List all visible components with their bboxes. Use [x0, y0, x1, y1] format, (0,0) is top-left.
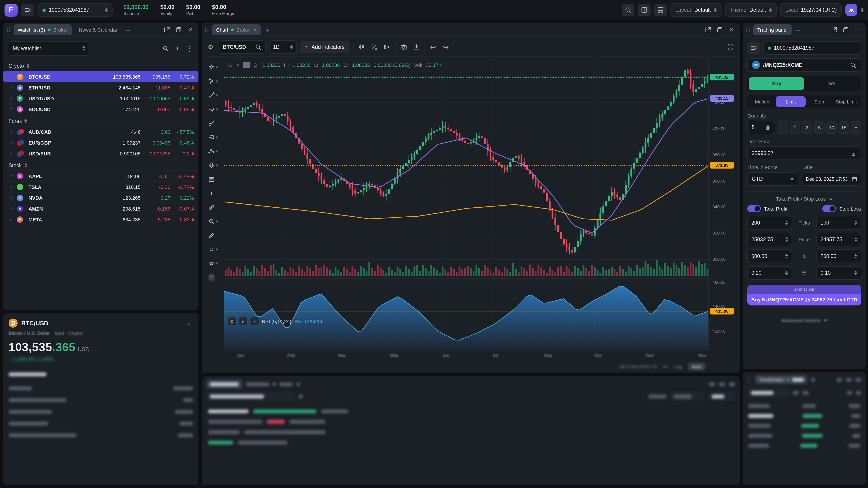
add-tab-button[interactable]: +: [124, 26, 132, 34]
trading-account-selector[interactable]: 10007532041987: [763, 41, 861, 55]
ab-compare-icon[interactable]: AB: [370, 42, 379, 52]
sl-field[interactable]: 0.10: [816, 266, 861, 280]
watchlist-row-usd-eur[interactable]: ☆ USD/EUR 0.900105 -0.001795 -0.2%: [3, 148, 198, 159]
workspace-button[interactable]: [654, 4, 667, 16]
time-axis[interactable]: JanFebMarMayJunJulSepOctNovNov: [224, 352, 709, 360]
percent-scale-button[interactable]: %: [663, 364, 668, 369]
stepper-icon[interactable]: [785, 221, 788, 225]
eye-off-icon[interactable]: ø: [239, 317, 247, 325]
calendar-icon[interactable]: [851, 176, 858, 182]
close-icon[interactable]: ×: [250, 317, 258, 325]
tool-arrowdown[interactable]: [203, 159, 223, 172]
chevron-right-icon[interactable]: [237, 63, 239, 67]
chevron-down-icon[interactable]: ⌄: [184, 319, 193, 328]
qty-quick-minus[interactable]: -: [778, 121, 788, 134]
popout-button[interactable]: [704, 25, 712, 34]
tif-select[interactable]: GTD: [747, 172, 799, 186]
stepper-icon[interactable]: [855, 237, 857, 242]
star-icon[interactable]: ☆: [6, 140, 17, 145]
search-button[interactable]: [622, 4, 634, 16]
add-indicators-button[interactable]: ≈ Add indicators: [300, 41, 349, 53]
tool-magnet[interactable]: [203, 242, 223, 256]
tab-watchlist[interactable]: Watchlist (3) Broker: [13, 24, 72, 35]
drag-handle-icon[interactable]: [7, 27, 11, 33]
sl-field[interactable]: 100: [816, 216, 861, 230]
tool-pencil[interactable]: [203, 229, 223, 242]
qty-quick-3[interactable]: 3: [802, 121, 812, 134]
close-button[interactable]: ×: [186, 25, 195, 34]
maximize-button[interactable]: [841, 25, 850, 34]
star-icon[interactable]: ☆: [6, 74, 17, 79]
tool-trash[interactable]: [203, 271, 223, 284]
section-forex[interactable]: Forex: [3, 114, 198, 126]
compare-candles-icon[interactable]: [357, 42, 366, 52]
stepper-icon[interactable]: [855, 254, 857, 258]
gear-icon[interactable]: ⚙: [228, 317, 236, 325]
tp-field[interactable]: 200: [747, 216, 792, 230]
fullscreen-icon[interactable]: [726, 42, 735, 52]
drag-handle-icon[interactable]: [205, 27, 209, 33]
limit-price-input[interactable]: 22995.27: [747, 147, 861, 160]
qty-quick-plus[interactable]: +: [851, 121, 861, 134]
tool-note[interactable]: [203, 173, 223, 186]
price-pane[interactable]: [224, 57, 709, 278]
app-logo[interactable]: F: [4, 3, 18, 17]
stepper-icon[interactable]: [785, 237, 788, 242]
tool-cursor[interactable]: [203, 74, 223, 88]
gear-icon[interactable]: ⚙: [206, 42, 215, 52]
star-icon[interactable]: ☆: [6, 85, 17, 90]
sl-field[interactable]: 250.00: [816, 250, 861, 263]
watchlist-row-sol-usd[interactable]: ☆S SOL/USD 174.125 -0.095 -0.05%: [3, 103, 198, 114]
watchlist-row-eth-usd[interactable]: ☆◆ ETH/USD 2,484.145 -11.685 -0.47%: [3, 82, 198, 93]
search-icon[interactable]: [161, 44, 170, 53]
order-type-stop-limit[interactable]: Stop Limit: [833, 96, 860, 107]
popout-button[interactable]: [830, 25, 839, 34]
watchlist-row-amzn[interactable]: ☆A AMZN 208.515 -0.155 -0.07%: [3, 203, 198, 214]
add-symbol-button[interactable]: +: [174, 44, 181, 52]
star-icon[interactable]: ☆: [6, 95, 17, 101]
order-type-limit[interactable]: Limit: [776, 96, 806, 107]
account-selector[interactable]: 10007532041987: [37, 3, 113, 17]
tool-fib[interactable]: [203, 131, 223, 144]
price-axis[interactable]: 440.00420.00400.00380.00360.00340.00320.…: [708, 57, 740, 349]
maximize-button[interactable]: [174, 25, 183, 34]
place-order-button[interactable]: Limit Order Buy 5 /MNQZ25:XCME @ 24982.7…: [747, 285, 861, 305]
kebab-menu-icon[interactable]: ⋮: [185, 44, 194, 53]
theme-select[interactable]: Theme Default: [725, 3, 777, 17]
tab-news-calendar[interactable]: News & Calendar: [74, 24, 121, 35]
tpsl-section-toggle[interactable]: Take Profit / Stop Loss: [747, 196, 861, 201]
watchlist-row-btc-usd[interactable]: ☆₿ BTC/USD 103,535.365 735.155 0.72%: [3, 71, 198, 82]
watchlist-row-aud-cad[interactable]: ☆ AUD/CAD 4.46 3.66 457.5%: [3, 126, 198, 137]
date-input[interactable]: Dec 23, 2025 17:53: [802, 172, 861, 186]
star-icon[interactable]: ☆: [228, 61, 233, 68]
take-profit-toggle[interactable]: [747, 205, 761, 213]
popout-button[interactable]: [162, 25, 171, 34]
rsi-pane[interactable]: [224, 279, 709, 351]
watchlist-select[interactable]: My watchlist: [8, 41, 90, 56]
advanced-actions-toggle[interactable]: Advanced Actions: [747, 312, 861, 323]
tp-field[interactable]: 25032.75: [747, 233, 792, 246]
download-icon[interactable]: [412, 42, 421, 52]
stepper-icon[interactable]: [855, 221, 857, 225]
quantity-input[interactable]: 5: [747, 121, 775, 134]
tool-brush[interactable]: [203, 103, 223, 116]
qty-quick-1[interactable]: 1: [790, 121, 800, 134]
sell-button[interactable]: Sell: [804, 77, 860, 90]
qty-quick-10[interactable]: 10: [827, 121, 837, 134]
tool-pattern[interactable]: [203, 144, 223, 158]
redo-icon[interactable]: ↪: [441, 42, 450, 52]
sl-field[interactable]: 24957.75: [816, 233, 861, 246]
watchlist-row-tsla[interactable]: ☆T TSLA 316.15 -2.36 -0.74%: [3, 181, 198, 192]
watchlist-row-meta[interactable]: ☆M META 634.285 -5.285 -0.83%: [3, 214, 198, 225]
symbol-search-input[interactable]: BTC/USD: [219, 40, 266, 54]
watchlist-row-nvda[interactable]: ☆N NVDA 123.265 0.27 0.22%: [3, 192, 198, 203]
stop-loss-toggle[interactable]: [822, 205, 836, 213]
tool-zoomin[interactable]: [203, 215, 223, 228]
drag-handle-icon[interactable]: [746, 27, 750, 33]
section-crypto[interactable]: Crypto: [3, 59, 198, 71]
tool-trendline[interactable]: [203, 89, 223, 102]
close-button[interactable]: ×: [853, 25, 862, 34]
close-tab-icon[interactable]: ×: [254, 27, 257, 33]
section-stock[interactable]: Stock: [3, 159, 198, 170]
account-menu-button[interactable]: [747, 41, 760, 54]
